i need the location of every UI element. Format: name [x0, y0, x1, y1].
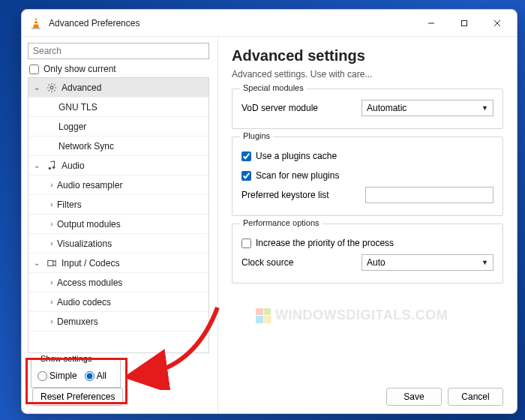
plugins-label: Plugins [240, 131, 273, 140]
clock-source-label: Clock source [242, 257, 362, 268]
left-bottom-bar: Show settings Simple All Reset Preferenc… [28, 353, 218, 413]
chevron-right-icon[interactable]: › [46, 180, 57, 190]
chevron-right-icon[interactable]: › [46, 316, 57, 327]
use-plugins-cache-checkbox[interactable] [242, 152, 251, 161]
performance-label: Performance options [240, 218, 322, 227]
tree-item-access-modules[interactable]: ›Access modules [28, 273, 208, 292]
radio-simple[interactable]: Simple [38, 370, 77, 381]
dialog-footer: Save Cancel [232, 377, 503, 406]
svg-line-16 [54, 84, 55, 85]
chevron-down-icon[interactable]: ⌄ [32, 82, 42, 93]
plugins-group: Plugins Use a plugins cache Scan for new… [232, 136, 503, 216]
radio-all[interactable]: All [85, 370, 106, 381]
tree-item-output-modules[interactable]: ›Output modules [28, 214, 208, 234]
maximize-button[interactable] [448, 12, 481, 34]
windows-logo-icon [256, 308, 271, 323]
show-settings-group: Show settings Simple All [31, 359, 121, 388]
special-modules-label: Special modules [240, 83, 307, 92]
performance-group: Performance options Increase the priorit… [232, 224, 503, 284]
tree-item-input-codecs[interactable]: ⌄ Input / Codecs [28, 254, 208, 273]
scan-new-plugins-checkbox[interactable] [242, 171, 251, 181]
page-description: Advanced settings. Use with care... [232, 69, 503, 80]
svg-rect-5 [462, 20, 467, 26]
preferences-tree[interactable]: ⌄ Advanced GNU TLS Logger Network Sync ⌄… [28, 77, 209, 353]
svg-line-15 [49, 90, 50, 91]
preferred-keystore-label: Preferred keystore list [242, 190, 362, 200]
svg-point-18 [52, 166, 56, 169]
svg-rect-2 [34, 20, 38, 22]
titlebar: Advanced Preferences [22, 10, 517, 37]
vlc-cone-icon [29, 16, 43, 30]
tree-item-audio-codecs[interactable]: ›Audio codecs [28, 292, 208, 312]
input-codecs-icon [45, 256, 58, 270]
clock-source-select[interactable]: Auto ▼ [362, 254, 494, 271]
vod-server-select[interactable]: Automatic ▼ [362, 100, 494, 116]
special-modules-group: Special modules VoD server module Automa… [232, 88, 503, 129]
cancel-button[interactable]: Cancel [448, 388, 503, 406]
increase-priority-checkbox[interactable] [242, 238, 251, 248]
tree-item-filters[interactable]: ›Filters [28, 195, 208, 214]
svg-point-8 [50, 86, 53, 89]
advanced-preferences-window: Advanced Preferences Only show current ⌄… [21, 9, 518, 414]
close-button[interactable] [481, 12, 514, 34]
tree-item-demuxers[interactable]: ›Demuxers [28, 312, 208, 332]
chevron-down-icon[interactable]: ⌄ [32, 258, 42, 268]
page-title: Advanced settings [232, 47, 503, 64]
tree-label: Advanced [62, 82, 101, 93]
svg-rect-19 [48, 260, 53, 266]
tree-item-advanced[interactable]: ⌄ Advanced [28, 78, 208, 98]
search-input[interactable] [28, 43, 209, 59]
radio-simple-input[interactable] [38, 371, 47, 381]
chevron-down-icon[interactable]: ⌄ [32, 160, 42, 171]
chevron-right-icon[interactable]: › [46, 200, 57, 210]
tree-item-logger[interactable]: Logger [28, 117, 208, 136]
music-note-icon [45, 159, 58, 172]
tree-item-audio[interactable]: ⌄ Audio [28, 156, 208, 176]
tree-item-network-sync[interactable]: Network Sync [28, 136, 208, 156]
only-show-current-checkbox[interactable] [29, 64, 39, 74]
watermark: WINDOWSDIGITALS.COM [256, 308, 448, 323]
preferred-keystore-input[interactable] [365, 187, 494, 203]
svg-rect-3 [34, 23, 38, 25]
right-pane: Advanced settings Advanced settings. Use… [218, 37, 517, 413]
svg-line-13 [49, 84, 50, 85]
use-plugins-cache-label: Use a plugins cache [256, 151, 494, 161]
svg-marker-0 [33, 17, 39, 28]
scan-new-plugins-label: Scan for new plugins [256, 170, 494, 181]
svg-line-14 [54, 90, 55, 91]
caret-down-icon: ▼ [482, 104, 488, 112]
vod-server-label: VoD server module [242, 103, 362, 113]
window-title: Advanced Preferences [49, 18, 140, 28]
only-show-current-label: Only show current [44, 64, 116, 74]
window-controls [415, 12, 514, 34]
increase-priority-label: Increase the priority of the process [256, 238, 494, 248]
only-show-current-row[interactable]: Only show current [29, 64, 218, 74]
radio-all-input[interactable] [85, 371, 94, 381]
caret-down-icon: ▼ [482, 259, 488, 266]
tree-item-audio-resampler[interactable]: ›Audio resampler [28, 176, 208, 195]
svg-point-17 [49, 166, 52, 170]
show-settings-label: Show settings [38, 354, 94, 363]
gear-icon [45, 81, 58, 94]
save-button[interactable]: Save [386, 388, 442, 406]
minimize-button[interactable] [415, 12, 448, 34]
chevron-right-icon[interactable]: › [46, 278, 57, 288]
chevron-right-icon[interactable]: › [46, 238, 57, 249]
left-pane: Only show current ⌄ Advanced GNU TLS Log… [22, 37, 218, 413]
svg-rect-1 [32, 28, 40, 29]
tree-item-gnu-tls[interactable]: GNU TLS [28, 98, 208, 117]
reset-preferences-button[interactable]: Reset Preferences [32, 388, 123, 406]
chevron-right-icon[interactable]: › [46, 297, 57, 308]
chevron-right-icon[interactable]: › [46, 219, 57, 230]
tree-item-visualizations[interactable]: ›Visualizations [28, 234, 208, 254]
